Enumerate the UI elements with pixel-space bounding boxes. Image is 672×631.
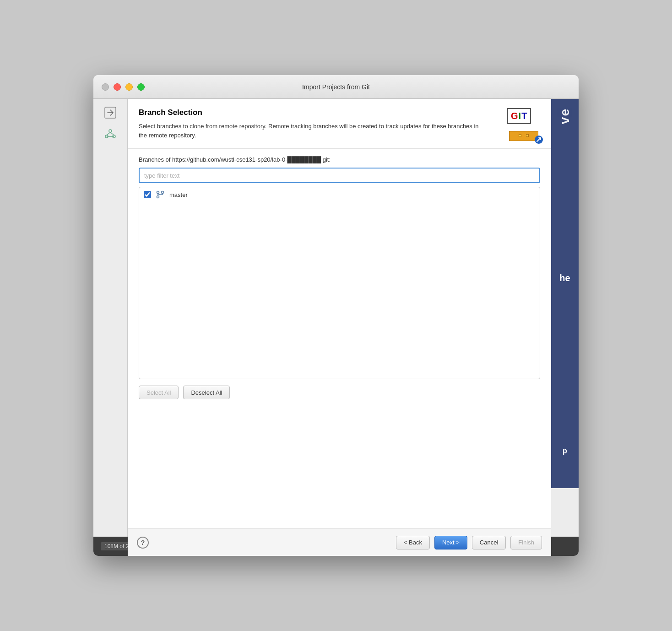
sidebar-network-icon[interactable]: [102, 125, 119, 142]
dialog-title: Branch Selection: [139, 108, 500, 117]
dialog-header: Branch Selection Select branches to clon…: [128, 99, 551, 149]
window-title: Import Projects from Git: [302, 83, 370, 91]
import-icon: [104, 106, 117, 119]
svg-line-5: [110, 132, 114, 135]
dialog: Branch Selection Select branches to clon…: [128, 99, 551, 556]
git-branch-icon: [156, 190, 165, 199]
select-all-button[interactable]: Select All: [139, 386, 179, 399]
filter-input[interactable]: [139, 168, 540, 183]
git-logo: GIT: [507, 108, 540, 141]
svg-point-8: [162, 191, 164, 194]
traffic-light-minimize[interactable]: [114, 83, 121, 91]
svg-point-7: [157, 191, 159, 194]
finish-button[interactable]: Finish: [510, 536, 542, 549]
svg-line-4: [107, 132, 110, 135]
dialog-header-content: Branch Selection Select branches to clon…: [139, 108, 500, 140]
bg-text-live: ve: [557, 108, 573, 124]
dialog-footer: ? < Back Next > Cancel Finish: [128, 528, 551, 556]
deselect-all-button[interactable]: Deselect All: [183, 386, 230, 399]
repo-label: Branches of https://github.com/wustl-cse…: [139, 156, 540, 163]
sidebar-import-icon[interactable]: [102, 104, 119, 121]
network-icon: [104, 127, 117, 140]
cancel-button[interactable]: Cancel: [472, 536, 506, 549]
dialog-body: Branches of https://github.com/wustl-cse…: [128, 149, 551, 528]
git-logo-t: T: [521, 111, 527, 121]
footer-buttons: < Back Next > Cancel Finish: [396, 536, 542, 549]
dialog-description: Select branches to clone from remote rep…: [139, 122, 487, 140]
select-button-row: Select All Deselect All: [139, 386, 540, 399]
git-arrow-icon: [536, 137, 542, 142]
branch-list[interactable]: master: [139, 187, 540, 379]
branch-git-icon: [156, 190, 165, 199]
traffic-light-close[interactable]: [102, 83, 109, 91]
help-button[interactable]: ?: [137, 537, 149, 549]
sidebar: [93, 99, 128, 556]
traffic-light-fullscreen[interactable]: [137, 83, 145, 91]
branch-checkbox-master[interactable]: [144, 191, 151, 198]
svg-point-1: [109, 130, 112, 132]
window: Import Projects from Git: [93, 75, 579, 556]
svg-point-9: [157, 196, 159, 198]
branch-name-master: master: [169, 191, 188, 198]
branch-item-master[interactable]: master: [139, 187, 540, 202]
back-button[interactable]: < Back: [396, 536, 430, 549]
git-logo-g: G: [511, 111, 519, 121]
bg-text-p: p: [563, 447, 567, 455]
next-button[interactable]: Next >: [434, 536, 467, 549]
traffic-lights: [102, 83, 145, 91]
title-bar: Import Projects from Git: [93, 75, 579, 99]
traffic-light-zoom[interactable]: [125, 83, 133, 91]
main-area: ve he p Branch Selection Select branches…: [93, 99, 579, 556]
bg-text-he: he: [559, 273, 570, 283]
